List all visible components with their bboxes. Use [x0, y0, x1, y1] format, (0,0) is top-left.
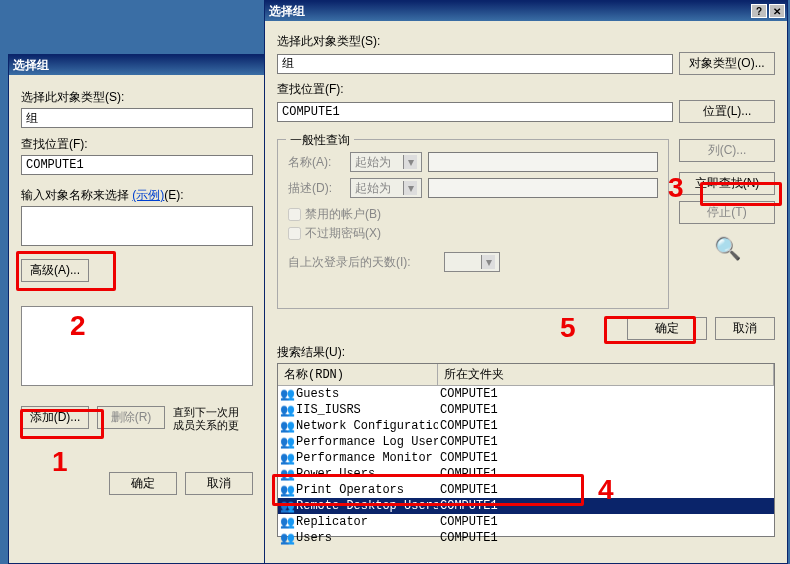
search-results-label: 搜索结果(U):: [277, 344, 775, 361]
remove-button: 删除(R): [97, 406, 165, 429]
group-icon: 👥: [280, 451, 294, 466]
table-row[interactable]: 👥GuestsCOMPUTE1: [278, 386, 774, 402]
group-icon: 👥: [280, 435, 294, 450]
ok-button-basic[interactable]: 确定: [109, 472, 177, 495]
common-query-title: 一般性查询: [286, 132, 354, 149]
table-row[interactable]: 👥IIS_IUSRSCOMPUTE1: [278, 402, 774, 418]
col-name[interactable]: 名称(RDN): [278, 364, 438, 385]
anno-1: 1: [52, 446, 68, 478]
obj-type-value[interactable]: [21, 108, 253, 128]
anno-box-ok: [604, 316, 696, 344]
desc-filter: [428, 178, 658, 198]
anno-box-add: [20, 409, 104, 439]
col-folder[interactable]: 所在文件夹: [438, 364, 774, 385]
title-adv: 选择组: [269, 3, 305, 20]
anno-2: 2: [70, 310, 86, 342]
titlebar-basic: 选择组: [9, 55, 265, 75]
obj-type-value-adv[interactable]: [277, 54, 673, 74]
group-icon: 👥: [280, 515, 294, 530]
cancel-button-basic[interactable]: 取消: [185, 472, 253, 495]
close-icon[interactable]: ✕: [769, 4, 785, 18]
obj-type-label-adv: 选择此对象类型(S):: [277, 33, 775, 50]
noexpire-pwd-check: 不过期密码(X): [288, 225, 658, 242]
locations-button[interactable]: 位置(L)...: [679, 100, 775, 123]
anno-box-findnow: [700, 182, 782, 206]
find-loc-label-adv: 查找位置(F):: [277, 81, 775, 98]
table-row[interactable]: 👥Performance Monitor UsersCOMPUTE1: [278, 450, 774, 466]
table-row[interactable]: 👥ReplicatorCOMPUTE1: [278, 514, 774, 530]
anno-3: 3: [668, 172, 684, 204]
results-list[interactable]: 名称(RDN) 所在文件夹 👥GuestsCOMPUTE1👥IIS_IUSRSC…: [277, 363, 775, 537]
days-since-label: 自上次登录后的天数(I):: [288, 254, 438, 271]
name-label: 名称(A):: [288, 154, 344, 171]
desc-label: 描述(D):: [288, 180, 344, 197]
find-loc-value-adv[interactable]: [277, 102, 673, 122]
name-combo: 起始为▾: [350, 152, 422, 172]
group-icon: 👥: [280, 403, 294, 418]
name-input[interactable]: [21, 206, 253, 246]
name-filter: [428, 152, 658, 172]
anno-5: 5: [560, 312, 576, 344]
desc-combo: 起始为▾: [350, 178, 422, 198]
group-icon: 👥: [280, 531, 294, 546]
select-group-basic-window: 选择组 选择此对象类型(S): 查找位置(F): 输入对象名称来选择 (示例)(…: [8, 54, 266, 564]
search-icon: 🔍: [679, 236, 775, 262]
example-link[interactable]: (示例): [132, 188, 164, 202]
cancel-button-adv[interactable]: 取消: [715, 317, 775, 340]
table-row[interactable]: 👥Network Configuration O...COMPUTE1: [278, 418, 774, 434]
columns-button: 列(C)...: [679, 139, 775, 162]
table-row[interactable]: 👥Performance Log UsersCOMPUTE1: [278, 434, 774, 450]
anno-4: 4: [598, 474, 614, 506]
anno-box-advanced: [16, 251, 116, 291]
disabled-acct-check: 禁用的帐户(B): [288, 206, 658, 223]
mid-list: [21, 306, 253, 386]
table-row[interactable]: 👥UsersCOMPUTE1: [278, 530, 774, 546]
enter-name-label: 输入对象名称来选择 (示例)(E):: [21, 187, 253, 204]
titlebar-adv: 选择组 ? ✕: [265, 1, 787, 21]
object-types-button[interactable]: 对象类型(O)...: [679, 52, 775, 75]
anno-box-row: [272, 474, 584, 506]
days-since-combo: ▾: [444, 252, 500, 272]
find-loc-label: 查找位置(F):: [21, 136, 253, 153]
hint-text: 直到下一次用成员关系的更: [173, 406, 239, 432]
help-icon[interactable]: ?: [751, 4, 767, 18]
obj-type-label: 选择此对象类型(S):: [21, 89, 253, 106]
find-loc-value[interactable]: [21, 155, 253, 175]
title-basic: 选择组: [13, 57, 49, 74]
group-icon: 👥: [280, 419, 294, 434]
group-icon: 👥: [280, 387, 294, 402]
